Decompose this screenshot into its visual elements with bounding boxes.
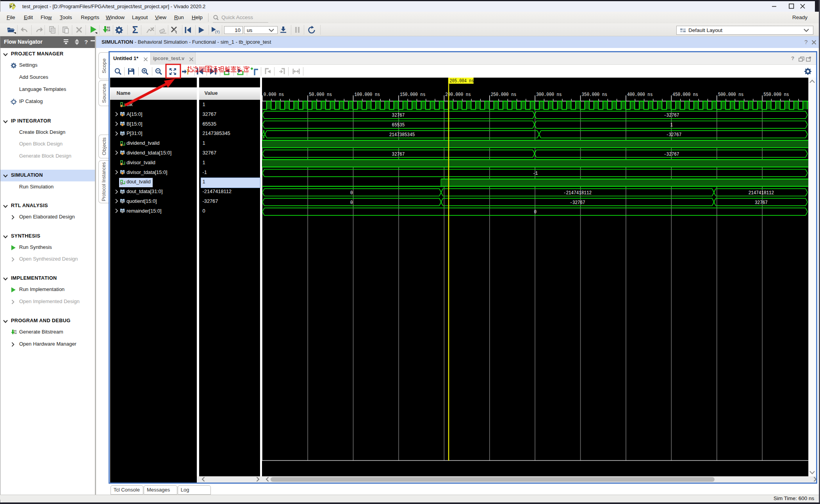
svg-text:0: 0 [534, 209, 537, 215]
svg-text:(T): (T) [215, 30, 220, 34]
svg-text:2147418112: 2147418112 [748, 190, 774, 195]
svg-text:65535: 65535 [392, 122, 405, 128]
svg-text:10: 10 [14, 332, 17, 335]
svg-text:350.000 ns: 350.000 ns [581, 91, 607, 97]
svg-text:0.000 ns: 0.000 ns [263, 91, 283, 97]
svg-text:150.000 ns: 150.000 ns [399, 91, 425, 97]
svg-text:0: 0 [350, 190, 353, 195]
svg-text:-2147418112: -2147418112 [563, 190, 591, 195]
svg-text:450.000 ns: 450.000 ns [672, 91, 698, 97]
svg-text:1: 1 [670, 122, 673, 128]
svg-text:-32767: -32767 [664, 151, 679, 157]
svg-text:10: 10 [107, 29, 110, 32]
svg-text:50.000 ns: 50.000 ns [309, 91, 332, 97]
svg-text:0: 0 [350, 199, 353, 205]
svg-text:205.004 ns: 205.004 ns [449, 78, 474, 84]
svg-text:-32767: -32767 [666, 132, 681, 138]
svg-text:400.000 ns: 400.000 ns [627, 91, 652, 97]
svg-text:32767: 32767 [392, 151, 405, 157]
svg-text:2147385345: 2147385345 [389, 132, 415, 138]
svg-text:-32767: -32767 [570, 199, 585, 205]
svg-text:250.000 ns: 250.000 ns [490, 91, 516, 97]
svg-text:550.000 ns: 550.000 ns [763, 91, 789, 97]
svg-text:300.000 ns: 300.000 ns [536, 91, 562, 97]
svg-text:500.000 ns: 500.000 ns [718, 91, 743, 97]
svg-text:32767: 32767 [392, 112, 405, 118]
svg-text:-32767: -32767 [664, 112, 679, 118]
svg-text:-1: -1 [533, 170, 538, 176]
svg-text:100.000 ns: 100.000 ns [354, 91, 380, 97]
svg-text:32767: 32767 [755, 199, 768, 205]
